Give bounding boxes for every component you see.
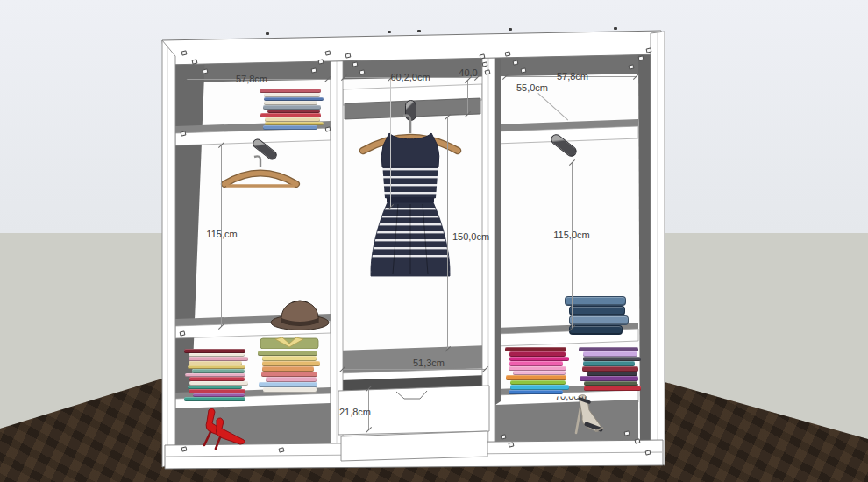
folded-jeans-stack[interactable] — [566, 291, 628, 335]
folded-garment — [509, 390, 563, 394]
dim-line-mid-height — [447, 117, 448, 349]
folded-garment — [569, 325, 623, 335]
folded-garment — [565, 296, 626, 306]
dim-label-right-top: 55,0cm — [516, 82, 548, 93]
hanger-hook — [254, 156, 260, 167]
wooden-hanger-empty[interactable] — [219, 154, 302, 195]
striped-dress[interactable] — [365, 131, 456, 290]
dim-line-rod-offset — [467, 81, 468, 114]
edge-nub — [266, 32, 269, 35]
divider-right-face — [495, 51, 501, 405]
folded-shirts-stack[interactable] — [260, 347, 319, 393]
dim-label-left-height: 115,cm — [206, 229, 237, 239]
dim-label-left-width: 57,8cm — [236, 74, 267, 84]
dim-label-shelf-width: 51,3cm — [413, 358, 445, 368]
edge-nub — [614, 27, 617, 30]
folded-garment — [184, 397, 245, 401]
dress-belt — [387, 197, 434, 202]
folded-clothes-stack-top-left[interactable] — [261, 88, 323, 130]
dim-label-mid-height: 150,0cm — [452, 231, 489, 242]
dim-label-mid-offset: 40,0 — [459, 67, 477, 78]
dim-label-mid-width: 60,2,0cm — [390, 72, 430, 82]
folded-garment — [569, 306, 625, 315]
dim-line-right-height — [572, 163, 573, 328]
edge-nub — [417, 30, 421, 32]
edge-nub — [388, 31, 391, 33]
dim-label-drawer-height: 21,8cm — [339, 407, 371, 417]
shirt-collar — [260, 337, 319, 349]
cabinet-left-side — [162, 40, 175, 467]
folded-clothes-stack-rainbow[interactable] — [186, 347, 247, 401]
folded-garment — [263, 387, 317, 393]
drawer-lower[interactable] — [341, 431, 487, 461]
folded-garment — [569, 315, 629, 325]
sketchup-3d-viewport[interactable]: 57,8cm 60,2,0cm 40,0 57,8cm 55,0cm 115,c… — [0, 0, 868, 482]
right-side-inner-face — [638, 49, 651, 456]
dim-label-right-height: 115,0cm — [553, 230, 589, 240]
dim-line-shelf-width — [342, 369, 486, 370]
edge-nub — [509, 28, 512, 31]
folded-clothes-stack-pink[interactable] — [507, 344, 568, 394]
folded-garment — [584, 386, 641, 391]
dim-extension-line — [390, 79, 391, 207]
folded-clothes-stack-purple[interactable] — [580, 344, 640, 391]
dim-label-right-width: 57,8cm — [557, 71, 588, 82]
red-high-heels[interactable] — [189, 405, 254, 450]
fedora-hat[interactable] — [270, 296, 330, 331]
folded-garment — [263, 125, 317, 130]
